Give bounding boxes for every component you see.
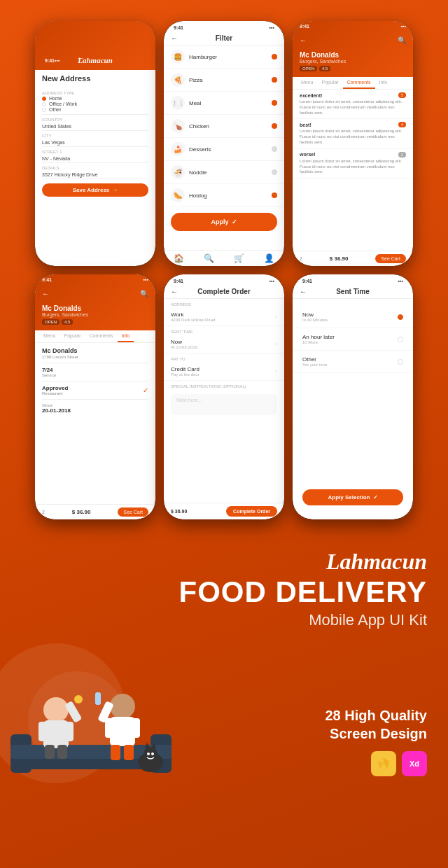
tab-menu[interactable]: Menu bbox=[297, 77, 318, 89]
phone6-back-btn[interactable]: ← bbox=[300, 288, 307, 295]
svg-rect-7 bbox=[65, 722, 74, 741]
senttime-other-sub: Set your time bbox=[302, 363, 327, 367]
filter-dot-noddle[interactable] bbox=[272, 169, 277, 175]
phone3-tabs: Menu Popular Comments Info bbox=[293, 77, 413, 90]
phone5-pay-row[interactable]: Credit Card Pay at the door › bbox=[164, 363, 284, 381]
filter-item-hotdog[interactable]: 🌭Hotdog bbox=[164, 184, 284, 207]
phone6-header: ← Sent Time bbox=[293, 285, 413, 299]
phone4-cart-count: 2 bbox=[42, 510, 45, 514]
phone1-option-office[interactable]: Office / Work bbox=[42, 102, 148, 106]
phone5-total: $ 36.90 bbox=[171, 509, 187, 514]
filter-item-meal[interactable]: 🍽️Meal bbox=[164, 92, 284, 115]
nav-search-icon[interactable]: 🔍 bbox=[204, 253, 214, 263]
svg-rect-9 bbox=[57, 745, 67, 759]
filter-item-pizza[interactable]: 🍕Pizza bbox=[164, 69, 284, 92]
phone5-complete-btn[interactable]: Complete Order bbox=[226, 506, 277, 517]
phone4-tab-info[interactable]: Info bbox=[118, 330, 134, 342]
phones-row-2: 9:41 ▪▪▪ ← 🔍 Mc Donalds Burgers, Sandwic… bbox=[14, 274, 434, 519]
phone3-search-btn[interactable]: 🔍 bbox=[398, 36, 406, 44]
senttime-apply-btn[interactable]: Apply Selection ✓ bbox=[302, 489, 403, 505]
filter-item-hamburger[interactable]: 🍔Hamburger bbox=[164, 46, 284, 69]
tab-popular[interactable]: Popular bbox=[318, 77, 343, 89]
phone4-header: 9:41 ▪▪▪ ← 🔍 Mc Donalds Burgers, Sandwic… bbox=[35, 274, 155, 330]
filter-dot-hamburger[interactable] bbox=[272, 54, 277, 59]
svg-rect-6 bbox=[38, 722, 47, 741]
phone4-total: $ 36.90 bbox=[72, 509, 91, 515]
phone5-header: ← Complete Order bbox=[164, 285, 284, 299]
filter-dot-chicken[interactable] bbox=[272, 123, 277, 129]
phone5-address-row[interactable]: Work 4200 Dark Hollow Road › bbox=[164, 308, 284, 326]
phone3-bottom-bar: 2 $ 36.90 See Cart bbox=[293, 251, 413, 266]
phone1-option-other-label: Other bbox=[49, 107, 62, 112]
hamburger-icon: 🍔 bbox=[171, 50, 185, 64]
phone3-back-btn[interactable]: ← bbox=[300, 36, 307, 44]
nav-profile-icon[interactable]: 👤 bbox=[264, 253, 274, 263]
phone3-cart-count: 2 bbox=[300, 256, 302, 261]
phone4-tab-comments[interactable]: Comments bbox=[85, 330, 118, 342]
tab-info[interactable]: Info bbox=[375, 77, 392, 89]
filter-apply-btn[interactable]: Apply ✓ bbox=[171, 213, 277, 231]
phone4-info-name: Mc Donalds bbox=[42, 347, 148, 354]
svg-rect-15 bbox=[132, 718, 140, 738]
senttime-hour-indicator[interactable] bbox=[398, 337, 403, 342]
senttime-option-now[interactable]: Now In 40 Minutes bbox=[293, 306, 413, 328]
phone5-back-btn[interactable]: ← bbox=[171, 288, 178, 295]
noddle-icon: 🍜 bbox=[171, 165, 185, 179]
phone3-restaurant-name: Mc Donalds bbox=[300, 51, 406, 59]
phone3-header: 9:41 ▪▪▪ ← 🔍 Mc Donalds Burgers, Sandwic… bbox=[293, 21, 413, 77]
phone3-see-cart-btn[interactable]: See Cart bbox=[375, 254, 406, 263]
senttime-option-hour[interactable]: An hour later 10 More bbox=[293, 328, 413, 351]
phone1-radio-other[interactable] bbox=[42, 108, 46, 112]
comment-3-name: worse! bbox=[300, 152, 316, 157]
filter-dot-pizza[interactable] bbox=[272, 77, 277, 83]
phone1-radio-home[interactable] bbox=[42, 97, 46, 101]
phone3-category: Burgers, Sandwiches bbox=[300, 59, 406, 64]
xd-badge: Xd bbox=[402, 751, 427, 776]
phone1-option-home[interactable]: Home bbox=[42, 96, 148, 101]
senttime-now-indicator[interactable] bbox=[398, 314, 403, 320]
phone1-details-field: 3527 Hickory Ridge Drive bbox=[42, 171, 148, 179]
phone4-search-btn[interactable]: 🔍 bbox=[140, 290, 148, 298]
phone2-title: Filter bbox=[216, 34, 232, 42]
phone5-senttime-row[interactable]: Now At 10-03-2019 › bbox=[164, 335, 284, 354]
phone-screen-3: 9:41 ▪▪▪ ← 🔍 Mc Donalds Burgers, Sandwic… bbox=[293, 21, 413, 266]
comment-2: best! 4 Lorem ipsum dolor sit amet, cons… bbox=[293, 119, 413, 148]
phone4-tab-menu[interactable]: Menu bbox=[39, 330, 60, 342]
phone1-radio-office[interactable] bbox=[42, 102, 46, 106]
brand-subtitle: Mobile App UI Kit bbox=[21, 611, 427, 629]
filter-item-desserts[interactable]: 🍰Desserts bbox=[164, 138, 284, 161]
phone-screen-1: 9:41 ▪▪▪ ← Lahmacun New Address ADDRESS … bbox=[35, 21, 155, 266]
filter-item-chicken[interactable]: 🍗Chicken bbox=[164, 115, 284, 138]
senttime-option-other[interactable]: Other Set your time bbox=[293, 351, 413, 373]
senttime-hour-name: An hour later bbox=[302, 334, 335, 340]
phone-screen-5: 9:41 ▪▪▪ ← Complete Order ADDRESS Work 4… bbox=[164, 274, 284, 519]
senttime-other-indicator[interactable] bbox=[398, 359, 403, 365]
phone1-save-btn[interactable]: Save Address → bbox=[42, 183, 148, 197]
phone5-note-field[interactable]: Note here... bbox=[171, 394, 277, 415]
nav-home-icon[interactable]: 🏠 bbox=[174, 253, 184, 263]
filter-dot-desserts[interactable] bbox=[272, 146, 277, 152]
filter-dot-meal[interactable] bbox=[272, 100, 277, 106]
phone3-status: 9:41 ▪▪▪ bbox=[293, 24, 413, 29]
svg-rect-5 bbox=[43, 720, 69, 748]
phone4-status-val: Approved bbox=[42, 385, 68, 391]
phone-screen-2: 9:41 ▪▪▪ ← Filter 🍔Hamburger 🍕Pizza bbox=[164, 21, 284, 266]
phone6-title: Sent Time bbox=[336, 288, 370, 295]
phone3-badge-open: OPEN bbox=[300, 66, 317, 71]
phone4-approved-check: ✓ bbox=[143, 386, 148, 394]
phone-screen-6: 9:41 ▪▪▪ ← Sent Time Now In 40 Minutes bbox=[293, 274, 413, 519]
phone4-badges: OPEN 4.5 bbox=[42, 319, 148, 325]
senttime-hour-sub: 10 More bbox=[302, 340, 335, 344]
phone4-tab-popular[interactable]: Popular bbox=[60, 330, 85, 342]
phone4-see-cart-btn[interactable]: See Cart bbox=[118, 507, 148, 517]
filter-item-noddle[interactable]: 🍜Noddle bbox=[164, 161, 284, 184]
svg-rect-13 bbox=[110, 717, 135, 746]
phone1-option-other[interactable]: Other bbox=[42, 107, 148, 112]
nav-cart-icon[interactable]: 🛒 bbox=[234, 253, 244, 263]
filter-dot-hotdog[interactable] bbox=[272, 192, 277, 198]
phone4-back-btn[interactable]: ← bbox=[42, 290, 49, 298]
tab-comments[interactable]: Comments bbox=[343, 77, 375, 89]
comment-1-rating: 5 bbox=[398, 92, 406, 98]
phone2-back-btn[interactable]: ← bbox=[171, 34, 178, 42]
phone5-pay-chevron: › bbox=[275, 368, 277, 374]
